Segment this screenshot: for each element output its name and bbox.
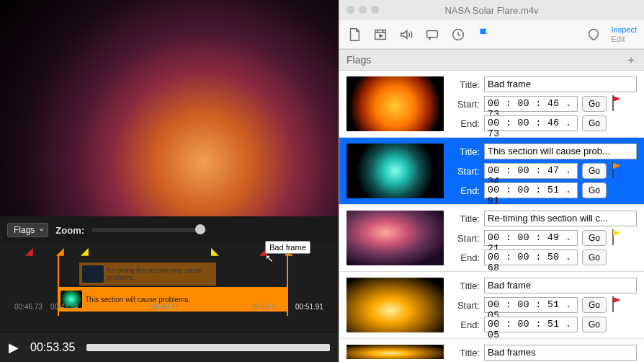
time-tick: 00:49.21 — [151, 303, 179, 311]
title-label: Title: — [451, 146, 480, 157]
flag-start-input[interactable]: 00 : 00 : 49 . 21 — [484, 230, 578, 246]
flag-color-icon[interactable] — [611, 229, 624, 247]
audio-icon[interactable] — [398, 27, 414, 43]
timeline-track[interactable]: ◢ ◢ ◢ ◣ ◢ ◣ Re-timing this section may c… — [0, 244, 339, 316]
video-preview[interactable] — [0, 0, 339, 216]
flag-marker-icon[interactable]: ◢ — [81, 245, 89, 257]
inspector-toolbar: Inspect Edit — [339, 20, 644, 49]
title-label: Title: — [451, 348, 480, 358]
timeline-note-text: This section will cause problems. — [85, 296, 190, 304]
play-button[interactable]: ▶ — [9, 340, 19, 356]
go-end-button[interactable]: Go — [582, 182, 607, 198]
time-tick: 00:47.34 — [50, 303, 79, 311]
flag-color-icon[interactable] — [611, 296, 624, 314]
caption-icon[interactable] — [424, 27, 440, 43]
scrubber[interactable] — [86, 344, 330, 351]
flag-icon[interactable] — [476, 27, 492, 43]
video-editor-pane: Flags Zoom: Bad frame ↖ ◢ ◢ ◢ ◣ ◢ ◣ Re-t… — [0, 0, 339, 362]
section-title: Flags — [346, 54, 371, 66]
flag-item[interactable]: Title:Bad frames — [339, 339, 644, 362]
flag-marker-icon[interactable]: ◣ — [211, 245, 219, 257]
flag-start-input[interactable]: 00 : 00 : 46 . 73 — [484, 96, 578, 112]
flag-title-input[interactable]: Bad frames — [484, 345, 637, 361]
start-label: Start: — [451, 99, 480, 110]
flag-title-input[interactable]: Re-timing this section will c... — [484, 211, 637, 226]
end-label: End: — [451, 118, 480, 129]
end-label: End: — [451, 252, 480, 263]
timeline-note-text: Re-timing this section may cause problem… — [107, 267, 213, 281]
go-end-button[interactable]: Go — [582, 250, 607, 265]
zoom-slider-knob[interactable] — [195, 224, 205, 234]
start-label: Start: — [451, 300, 480, 311]
time-tick: 00:51.0 — [252, 303, 276, 311]
flag-item[interactable]: Title:Bad frameStart:00 : 00 : 46 . 73Go… — [339, 71, 644, 138]
flag-end-input[interactable]: 00 : 00 : 51 . 91 — [484, 182, 578, 198]
flag-marker-icon[interactable]: ◢ — [25, 245, 33, 257]
flag-item[interactable]: Title:This section will cause prob...Sta… — [339, 138, 644, 205]
timeline[interactable]: Bad frame ↖ ◢ ◢ ◢ ◣ ◢ ◣ Re-timing this s… — [0, 244, 339, 332]
go-end-button[interactable]: Go — [582, 317, 607, 332]
flag-end-input[interactable]: 00 : 00 : 51 . 05 — [484, 317, 578, 332]
flag-end-input[interactable]: 00 : 00 : 50 . 68 — [484, 250, 578, 265]
svg-rect-1 — [427, 30, 438, 37]
flag-thumbnail — [346, 211, 444, 265]
flags-section-header: Flags ＋ — [339, 49, 644, 71]
zoom-label: Zoom: — [55, 225, 84, 236]
flag-title-input[interactable]: This section will cause prob... — [484, 144, 637, 159]
timeline-note[interactable]: Re-timing this section may cause problem… — [79, 262, 216, 286]
flag-start-input[interactable]: 00 : 00 : 47 . 34 — [484, 163, 578, 179]
edit-link[interactable]: Edit — [612, 35, 637, 44]
title-label: Title: — [451, 79, 480, 90]
end-label: End: — [451, 319, 480, 330]
inspector-panel: NASA Solar Flare.m4v Inspect Edit Flags … — [339, 0, 644, 362]
flag-end-input[interactable]: 00 : 00 : 46 . 73 — [484, 115, 578, 131]
inspect-link[interactable]: Inspect — [612, 25, 637, 35]
flag-thumbnail — [346, 76, 444, 131]
document-icon[interactable] — [346, 27, 362, 43]
flag-color-icon[interactable] — [611, 95, 624, 112]
playhead-time: 00:53.35 — [30, 341, 75, 354]
timeline-controls: Flags Zoom: — [0, 220, 339, 240]
playback-bar: ▶ 00:53.35 — [0, 333, 339, 362]
title-label: Title: — [451, 213, 480, 224]
clock-icon[interactable] — [450, 27, 466, 43]
mouse-cursor-icon: ↖ — [265, 252, 274, 264]
track-selector-dropdown[interactable]: Flags — [7, 223, 48, 237]
window-title: NASA Solar Flare.m4v — [444, 5, 538, 16]
flag-list[interactable]: Title:Bad frameStart:00 : 00 : 46 . 73Go… — [339, 71, 644, 362]
time-tick: 00:51.91 — [295, 303, 323, 311]
flag-title-input[interactable]: Bad frame — [484, 76, 637, 92]
title-label: Title: — [451, 281, 480, 291]
mode-links: Inspect Edit — [612, 25, 637, 44]
flag-item[interactable]: Title:Re-timing this section will c...St… — [339, 205, 644, 272]
end-label: End: — [451, 185, 480, 196]
start-label: Start: — [451, 166, 480, 177]
flag-thumbnail — [346, 144, 444, 198]
zoom-slider[interactable] — [91, 228, 207, 232]
add-flag-button[interactable]: ＋ — [625, 53, 637, 68]
time-tick: 00:46.73 — [14, 303, 43, 311]
flag-color-icon[interactable] — [611, 162, 624, 180]
go-end-button[interactable]: Go — [582, 115, 607, 131]
go-start-button[interactable]: Go — [582, 96, 607, 112]
flag-thumbnail — [346, 278, 444, 332]
flag-thumbnail — [346, 345, 444, 359]
window-controls[interactable] — [346, 6, 379, 14]
start-label: Start: — [451, 233, 480, 244]
go-start-button[interactable]: Go — [582, 230, 607, 246]
video-icon[interactable] — [372, 27, 388, 43]
flag-start-input[interactable]: 00 : 00 : 51 . 05 — [484, 297, 578, 313]
tag-icon[interactable] — [586, 27, 601, 43]
go-start-button[interactable]: Go — [582, 163, 607, 179]
window-titlebar[interactable]: NASA Solar Flare.m4v — [339, 0, 644, 20]
timeline-ruler: 00:46.73 00:47.34 00:49.21 00:51.0 00:51… — [0, 303, 339, 314]
go-start-button[interactable]: Go — [582, 297, 607, 313]
timeline-note-thumb — [82, 265, 104, 283]
flag-title-input[interactable]: Bad frame — [484, 278, 637, 293]
flag-item[interactable]: Title:Bad frameStart:00 : 00 : 51 . 05Go… — [339, 272, 644, 339]
